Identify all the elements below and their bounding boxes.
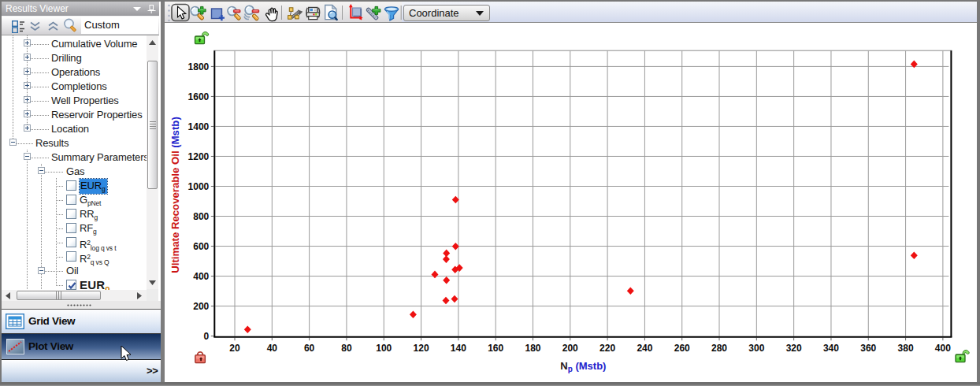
svg-text:300: 300 <box>748 343 764 354</box>
svg-text:220: 220 <box>600 343 615 354</box>
svg-text:1400: 1400 <box>188 121 210 132</box>
svg-text:200: 200 <box>193 301 209 312</box>
svg-text:140: 140 <box>451 343 466 354</box>
svg-text:380: 380 <box>898 343 914 354</box>
svg-text:1800: 1800 <box>188 61 210 72</box>
svg-text:100: 100 <box>376 343 392 354</box>
svg-text:120: 120 <box>414 343 429 354</box>
svg-text:1000: 1000 <box>188 181 210 192</box>
svg-text:200: 200 <box>562 343 578 354</box>
svg-text:340: 340 <box>823 343 839 354</box>
svg-text:400: 400 <box>935 343 951 354</box>
svg-text:160: 160 <box>488 343 503 354</box>
svg-text:1200: 1200 <box>188 151 210 162</box>
svg-text:400: 400 <box>193 271 209 282</box>
svg-text:20: 20 <box>229 343 240 354</box>
svg-text:80: 80 <box>341 343 352 354</box>
svg-text:240: 240 <box>637 343 652 354</box>
svg-text:800: 800 <box>193 211 209 222</box>
svg-text:260: 260 <box>674 343 690 354</box>
svg-text:0: 0 <box>204 331 210 342</box>
svg-text:40: 40 <box>267 343 278 354</box>
svg-text:360: 360 <box>860 343 876 354</box>
svg-text:180: 180 <box>525 343 540 354</box>
svg-text:280: 280 <box>711 343 727 354</box>
svg-text:600: 600 <box>193 241 209 252</box>
svg-text:60: 60 <box>304 343 315 354</box>
svg-text:Ultimate Recoverable Oil (Mstb: Ultimate Recoverable Oil (Mstb) <box>169 117 181 273</box>
svg-text:Np (Mstb): Np (Mstb) <box>560 360 606 373</box>
svg-text:1600: 1600 <box>188 91 210 102</box>
svg-text:320: 320 <box>786 343 802 354</box>
